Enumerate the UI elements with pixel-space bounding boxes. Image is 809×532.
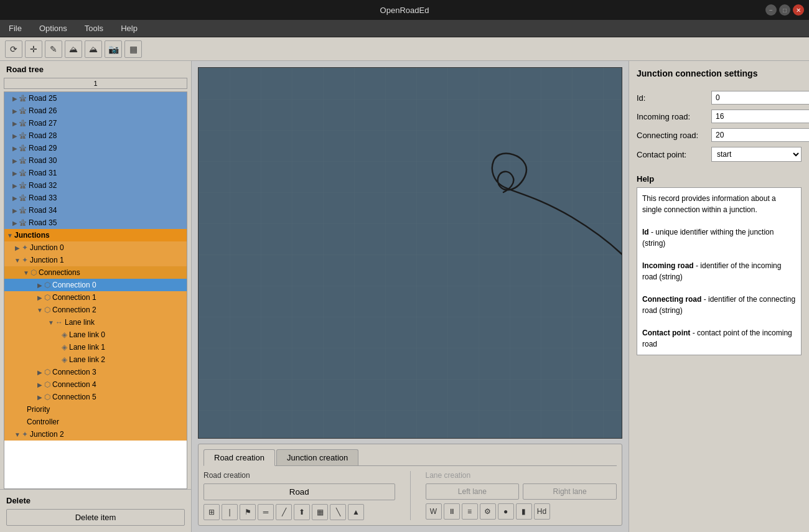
road-icon-grid[interactable]: ▦ [312,504,328,520]
tree-item-road27[interactable]: ▶ 🛣 Road 27 [4,117,187,129]
tree-item-connection4[interactable]: ▶ ⬡ Connection 4 [4,378,187,391]
tree-item-connection5[interactable]: ▶ ⬡ Connection 5 [4,391,187,403]
tree-item-junction1[interactable]: ▼ ✦ Junction 1 [4,254,187,266]
expander-road28[interactable]: ▶ [11,133,19,139]
road-icon-diag1[interactable]: ╱ [276,504,292,520]
road-icon-horizontal[interactable]: ═ [258,504,274,520]
expander-road35[interactable]: ▶ [11,220,19,226]
section-divider [410,471,411,520]
tree-item-road30[interactable]: ▶ 🛣 Road 30 [4,154,187,167]
lane-icon-gear[interactable]: ⚙ [480,503,496,520]
toolbar-camera[interactable]: 📷 [105,40,122,58]
tree-item-junction2[interactable]: ▼ ✦ Junction 2 [4,428,187,441]
expander-connection3[interactable]: ▶ [35,369,44,376]
road-icon-flag[interactable]: ⚑ [240,504,256,520]
road-button[interactable]: Road [203,483,395,500]
settings-title: Junction connection settings [637,68,802,78]
tree-item-lanelink2[interactable]: ◈ Lane link 2 [4,353,187,366]
maximize-button[interactable]: □ [779,4,790,16]
tree-item-junction0[interactable]: ▶ ✦ Junction 0 [4,241,187,254]
lane-icon-circle[interactable]: ● [498,503,514,520]
lane-icon-h[interactable]: Hd [534,503,550,520]
tree-item-connection0[interactable]: ▶ ⬡ Connection 0 [4,279,187,291]
tree-item-controller[interactable]: Controller [4,416,187,428]
expander-lanelink[interactable]: ▼ [47,319,55,326]
road-icon-parallel[interactable]: ⊞ [203,504,220,520]
tree-item-road35[interactable]: ▶ 🛣 Road 35 [4,217,187,229]
road-icon-up[interactable]: ▲ [348,504,364,520]
tree-scroll[interactable]: ▶ 🛣 Road 25 ▶ 🛣 Road 26 ▶ 🛣 Road 27 [4,92,187,488]
tab-road-creation[interactable]: Road creation [203,449,275,466]
tree-item-lanelink1[interactable]: ◈ Lane link 1 [4,341,187,353]
road-icon-vertical[interactable]: | [222,504,238,520]
lane-icon-w[interactable]: W [426,503,442,520]
tree-item-road33[interactable]: ▶ 🛣 Road 33 [4,192,187,204]
expander-connection1[interactable]: ▶ [35,294,44,301]
left-lane-button[interactable]: Left lane [426,483,520,500]
expander-junction2[interactable]: ▼ [13,431,22,438]
expander-junction1[interactable]: ▼ [13,257,22,264]
menu-file[interactable]: File [5,21,26,35]
input-incoming-road[interactable] [711,110,809,123]
tree-item-junctions[interactable]: ▼ Junctions [4,229,187,241]
toolbar-edit[interactable]: ✎ [45,40,62,58]
expander-junctions[interactable]: ▼ [6,232,14,239]
expander-road27[interactable]: ▶ [11,120,19,127]
menu-options[interactable]: Options [35,21,71,35]
select-contact-point[interactable]: start end [711,147,802,162]
tree-item-connection1[interactable]: ▶ ⬡ Connection 1 [4,291,187,304]
expander-junction0[interactable]: ▶ [13,245,22,251]
close-button[interactable]: ✕ [793,4,804,16]
tree-item-connections[interactable]: ▼ ⬡ Connections [4,266,187,279]
road-icon-diag2[interactable]: ⬆ [294,504,310,520]
tab-junction-creation[interactable]: Junction creation [276,449,358,465]
menu-tools[interactable]: Tools [81,21,107,35]
expander-road30[interactable]: ▶ [11,157,19,164]
tree-item-road34[interactable]: ▶ 🛣 Road 34 [4,204,187,217]
road35-icon: 🛣 [19,218,27,227]
right-lane-button[interactable]: Right lane [523,483,617,500]
expander-road31[interactable]: ▶ [11,170,19,177]
input-id[interactable] [711,91,809,105]
expander-road29[interactable]: ▶ [11,145,19,152]
expander-road33[interactable]: ▶ [11,195,19,202]
expander-connection4[interactable]: ▶ [35,381,44,388]
tree-item-lanelink0[interactable]: ◈ Lane link 0 [4,329,187,341]
tree-item-road28[interactable]: ▶ 🛣 Road 28 [4,129,187,142]
form-section: Id: Incoming road: Connecting road: Cont… [637,91,802,167]
label-contact-point: Contact point: [637,150,711,159]
expander-road25[interactable]: ▶ [11,95,19,102]
tree-item-road29[interactable]: ▶ 🛣 Road 29 [4,142,187,154]
input-connecting-road[interactable] [711,128,809,142]
lane-icon-menu[interactable]: ≡ [462,503,478,520]
toolbar-refresh[interactable]: ⟳ [5,40,22,58]
expander-connections[interactable]: ▼ [22,269,30,276]
expander-connection5[interactable]: ▶ [35,394,44,401]
tree-item-lanelink[interactable]: ▼ ↔ Lane link [4,316,187,329]
toolbar-terrain2[interactable]: ⛰ [85,40,102,58]
lane-section: Lane creation Left lane Right lane W ⏸ ≡… [426,471,617,520]
toolbar-add[interactable]: ✛ [25,40,42,58]
tree-item-road26[interactable]: ▶ 🛣 Road 26 [4,105,187,117]
expander-road34[interactable]: ▶ [11,207,19,214]
lane-icon-pause[interactable]: ⏸ [444,503,460,520]
canvas-area[interactable] [198,67,622,439]
minimize-button[interactable]: − [765,4,777,16]
expander-road26[interactable]: ▶ [11,108,19,114]
expander-connection0[interactable]: ▶ [35,282,44,289]
tree-item-priority[interactable]: Priority [4,403,187,416]
tree-item-connection3[interactable]: ▶ ⬡ Connection 3 [4,366,187,378]
lane-icon-block[interactable]: ▮ [516,503,532,520]
road-icon-diag3[interactable]: ╲ [330,504,346,520]
expander-connection2[interactable]: ▼ [35,307,44,314]
tree-item-connection2[interactable]: ▼ ⬡ Connection 2 [4,304,187,316]
menu-help[interactable]: Help [117,21,141,35]
tree-item-road32[interactable]: ▶ 🛣 Road 32 [4,179,187,192]
tree-item-road31[interactable]: ▶ 🛣 Road 31 [4,167,187,179]
tree-item-road25[interactable]: ▶ 🛣 Road 25 [4,92,187,105]
tree-container[interactable]: ▶ 🛣 Road 25 ▶ 🛣 Road 26 ▶ 🛣 Road 27 [4,91,187,489]
toolbar-grid[interactable]: ▦ [124,40,142,58]
delete-item-button[interactable]: Delete item [6,509,185,526]
expander-road32[interactable]: ▶ [11,182,19,189]
toolbar-terrain[interactable]: ⛰ [65,40,82,58]
